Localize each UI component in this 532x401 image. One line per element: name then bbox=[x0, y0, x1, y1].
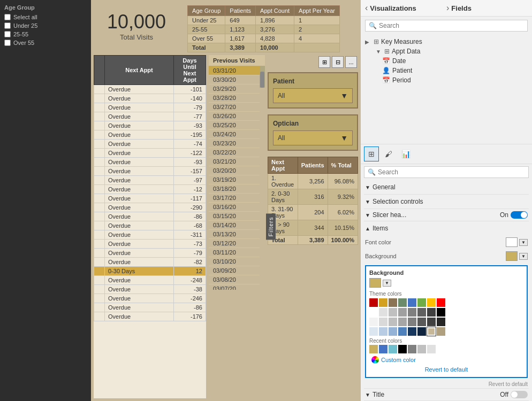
slicer-toggle-switch[interactable]: On bbox=[500, 211, 528, 219]
color-cell[interactable] bbox=[408, 327, 416, 336]
slicer-toggle-track[interactable] bbox=[511, 211, 528, 219]
table-row[interactable]: Overdue-246 bbox=[94, 294, 206, 303]
color-cell[interactable] bbox=[408, 298, 416, 307]
color-cell[interactable] bbox=[427, 298, 436, 307]
list-item[interactable]: 03/26/20 bbox=[209, 112, 260, 121]
table-row[interactable]: 3. 31-90 Days2046.02% bbox=[268, 205, 358, 220]
color-cell[interactable] bbox=[379, 327, 387, 336]
color-cell[interactable] bbox=[379, 318, 387, 326]
table-row[interactable]: Overdue-68 bbox=[94, 221, 206, 230]
tree-item-patient[interactable]: 👤 Patient bbox=[365, 66, 528, 75]
table-row[interactable]: 0-30 Days12 bbox=[94, 267, 206, 276]
list-item[interactable]: 03/12/20 bbox=[209, 239, 260, 248]
color-cell[interactable] bbox=[417, 308, 426, 317]
list-item[interactable]: 03/21/20 bbox=[209, 157, 260, 166]
recent-color-cell[interactable] bbox=[379, 345, 387, 353]
table-row[interactable]: 1. Overdue3,25696.08% bbox=[268, 174, 358, 189]
list-item[interactable]: 03/09/20 bbox=[209, 266, 260, 275]
bg-panel-dropdown-icon[interactable]: ▼ bbox=[383, 280, 391, 287]
format-grid-icon[interactable]: ⊞ bbox=[364, 146, 379, 161]
viz-expand-btn[interactable]: › bbox=[446, 3, 449, 13]
table-row[interactable]: Overdue-140 bbox=[94, 94, 206, 103]
select-all-checkbox[interactable] bbox=[4, 14, 11, 20]
table-row[interactable]: Overdue-101 bbox=[94, 85, 206, 94]
slicer-header-header[interactable]: ▼ Slicer hea... bbox=[365, 211, 406, 219]
selection-controls-header[interactable]: ▼ Selection controls bbox=[364, 195, 529, 209]
bg-color-dropdown-icon[interactable]: ▼ bbox=[519, 253, 528, 260]
list-item[interactable]: 03/28/20 bbox=[209, 94, 260, 103]
table-row[interactable]: 2. 0-30 Days3169.32% bbox=[268, 189, 358, 205]
title-toggle-switch[interactable]: Off bbox=[500, 391, 528, 398]
list-item[interactable]: 03/18/20 bbox=[209, 184, 260, 194]
recent-color-cell[interactable] bbox=[417, 345, 426, 353]
tree-item-key-measures[interactable]: ▶ ⊞ Key Measures bbox=[365, 37, 528, 47]
items-section-header[interactable]: ▲ Items bbox=[364, 221, 529, 235]
custom-color-button[interactable]: Custom color bbox=[369, 354, 523, 365]
recent-color-cell[interactable] bbox=[437, 345, 445, 353]
format-search-input[interactable] bbox=[378, 168, 525, 176]
list-item[interactable]: 03/29/20 bbox=[209, 84, 260, 94]
patient-filter-dropdown[interactable]: All ▼ bbox=[273, 88, 353, 103]
list-item[interactable]: 03/14/20 bbox=[209, 221, 260, 230]
tree-item-appt-data[interactable]: ▼ ⊞ Appt Data bbox=[365, 47, 528, 56]
tree-item-date[interactable]: 📅 Date bbox=[365, 56, 528, 66]
filter-icon-btn[interactable]: ⊞ bbox=[318, 56, 330, 68]
revert-to-default-button[interactable]: Revert to default bbox=[369, 365, 523, 374]
format-paintbrush-icon[interactable]: 🖌 bbox=[381, 146, 396, 161]
recent-color-cell[interactable] bbox=[427, 345, 436, 353]
table-row[interactable]: Overdue-157 bbox=[94, 167, 206, 176]
filters-tab[interactable]: Filters bbox=[266, 214, 276, 240]
table-row[interactable]: Overdue-79 bbox=[94, 103, 206, 112]
table-row[interactable]: Overdue-311 bbox=[94, 230, 206, 240]
optician-filter-dropdown[interactable]: All ▼ bbox=[273, 130, 353, 145]
color-cell[interactable] bbox=[408, 318, 416, 326]
general-section-header[interactable]: ▼ General bbox=[364, 180, 529, 194]
table-row[interactable]: Overdue-248 bbox=[94, 276, 206, 285]
list-item[interactable]: 03/27/20 bbox=[209, 103, 260, 112]
more-icon-btn[interactable]: ... bbox=[345, 56, 357, 68]
list-item[interactable]: 03/17/20 bbox=[209, 194, 260, 203]
color-cell[interactable] bbox=[427, 318, 436, 326]
table-row[interactable]: Overdue-74 bbox=[94, 140, 206, 149]
table-row[interactable]: Overdue-79 bbox=[94, 249, 206, 258]
format-analytics-icon[interactable]: 📊 bbox=[398, 146, 413, 161]
table-row[interactable]: Overdue-117 bbox=[94, 194, 206, 203]
color-cell[interactable] bbox=[369, 318, 378, 326]
table-row[interactable]: Overdue-176 bbox=[94, 312, 206, 321]
list-item[interactable]: 03/07/20 bbox=[209, 284, 260, 290]
list-item[interactable]: 03/22/20 bbox=[209, 148, 260, 157]
table-row[interactable]: Overdue-86 bbox=[94, 303, 206, 312]
color-cell[interactable] bbox=[389, 298, 397, 307]
color-cell[interactable] bbox=[437, 298, 445, 307]
list-item[interactable]: 03/25/20 bbox=[209, 121, 260, 130]
font-color-swatch[interactable] bbox=[506, 237, 518, 247]
color-cell[interactable] bbox=[389, 327, 397, 336]
bg-color-picker[interactable]: ▼ bbox=[506, 251, 528, 261]
table-row[interactable]: Overdue-38 bbox=[94, 285, 206, 294]
prev-visits-list[interactable]: 03/31/2003/30/2003/29/2003/28/2003/27/20… bbox=[209, 66, 260, 290]
recent-color-cell[interactable] bbox=[408, 345, 416, 353]
list-item[interactable]: 03/16/20 bbox=[209, 203, 260, 212]
color-cell[interactable] bbox=[369, 308, 378, 317]
color-cell[interactable] bbox=[427, 327, 436, 336]
color-cell[interactable] bbox=[389, 318, 397, 326]
table-row[interactable]: Overdue-290 bbox=[94, 203, 206, 212]
color-cell[interactable] bbox=[398, 327, 407, 336]
layout-icon-btn[interactable]: ⊟ bbox=[332, 56, 344, 68]
recent-color-cell[interactable] bbox=[398, 345, 407, 353]
table-row[interactable]: Overdue-97 bbox=[94, 176, 206, 185]
list-item[interactable]: 03/24/20 bbox=[209, 130, 260, 139]
table-row[interactable]: 4. > 90 Days34410.15% bbox=[268, 220, 358, 236]
color-cell[interactable] bbox=[398, 308, 407, 317]
viz-collapse-btn[interactable]: ‹ bbox=[365, 3, 368, 13]
color-cell[interactable] bbox=[437, 318, 445, 326]
prev-visits-scrollbar[interactable] bbox=[260, 66, 265, 88]
font-color-dropdown-icon[interactable]: ▼ bbox=[519, 239, 528, 246]
over55-checkbox[interactable] bbox=[4, 40, 11, 46]
25-55-item[interactable]: 25-55 bbox=[4, 31, 87, 37]
font-color-picker[interactable]: ▼ bbox=[506, 237, 528, 247]
table-row[interactable]: Overdue-122 bbox=[94, 149, 206, 158]
table-row[interactable]: Overdue-86 bbox=[94, 212, 206, 221]
list-item[interactable]: 03/30/20 bbox=[209, 75, 260, 84]
bg-color-swatch[interactable] bbox=[506, 251, 518, 261]
